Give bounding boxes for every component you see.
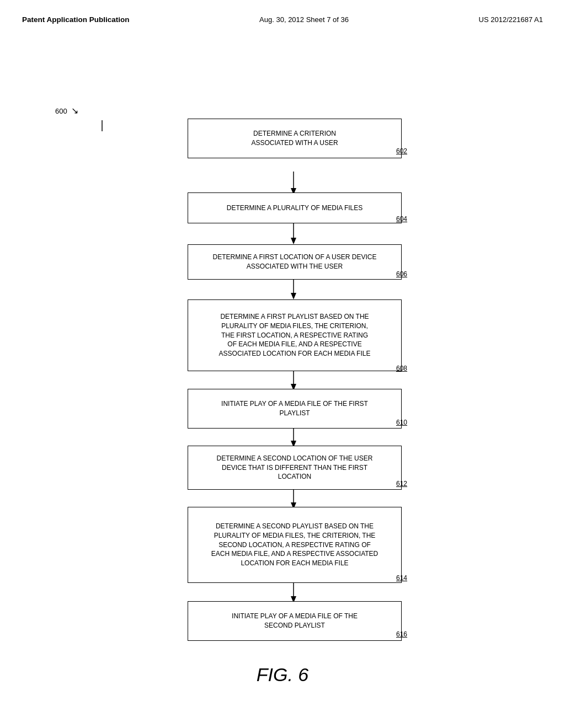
svg-marker-7 — [291, 293, 296, 299]
box-612-text: DETERMINE A SECOND LOCATION OF THE USERD… — [217, 454, 373, 481]
page-container: Patent Application Publication Aug. 30, … — [0, 0, 565, 728]
start-ref-label: 600 ↘ — [55, 105, 78, 116]
box-610-text: INITIATE PLAY OF A MEDIA FILE OF THE FIR… — [221, 400, 368, 417]
header-left: Patent Application Publication — [22, 15, 130, 24]
figure-label: FIG. 6 — [257, 664, 308, 686]
step-606: 606 — [396, 270, 407, 278]
box-614: DETERMINE A SECOND PLAYLIST BASED ON THE… — [188, 507, 402, 583]
header-right: US 2012/221687 A1 — [479, 15, 543, 24]
step-616: 616 — [396, 630, 407, 638]
flowchart-container: 600 ↘ DETERMINE A CRITERIONASSOCIATED WI… — [0, 24, 565, 697]
box-616: INITIATE PLAY OF A MEDIA FILE OF THESECO… — [188, 601, 402, 641]
box-602-text: DETERMINE A CRITERIONASSOCIATED WITH A U… — [251, 130, 338, 147]
box-612: DETERMINE A SECOND LOCATION OF THE USERD… — [188, 446, 402, 490]
box-614-text: DETERMINE A SECOND PLAYLIST BASED ON THE… — [211, 522, 379, 567]
box-606: DETERMINE A FIRST LOCATION OF A USER DEV… — [188, 244, 402, 280]
box-606-text: DETERMINE A FIRST LOCATION OF A USER DEV… — [213, 253, 377, 270]
step-608: 608 — [396, 365, 407, 372]
step-614: 614 — [396, 574, 407, 582]
box-604-text: DETERMINE A PLURALITY OF MEDIA FILES — [227, 204, 363, 212]
box-616-text: INITIATE PLAY OF A MEDIA FILE OF THESECO… — [232, 612, 358, 629]
step-602: 602 — [396, 147, 407, 155]
box-608-text: DETERMINE A FIRST PLAYLIST BASED ON THEP… — [219, 313, 371, 357]
box-604: DETERMINE A PLURALITY OF MEDIA FILES — [188, 192, 402, 223]
header: Patent Application Publication Aug. 30, … — [0, 0, 565, 24]
header-center: Aug. 30, 2012 Sheet 7 of 36 — [259, 15, 349, 24]
step-610: 610 — [396, 419, 407, 426]
step-604: 604 — [396, 215, 407, 223]
box-608: DETERMINE A FIRST PLAYLIST BASED ON THEP… — [188, 299, 402, 371]
svg-marker-5 — [291, 238, 296, 244]
step-612: 612 — [396, 480, 407, 488]
box-610: INITIATE PLAY OF A MEDIA FILE OF THE FIR… — [188, 389, 402, 429]
box-602: DETERMINE A CRITERIONASSOCIATED WITH A U… — [188, 119, 402, 158]
